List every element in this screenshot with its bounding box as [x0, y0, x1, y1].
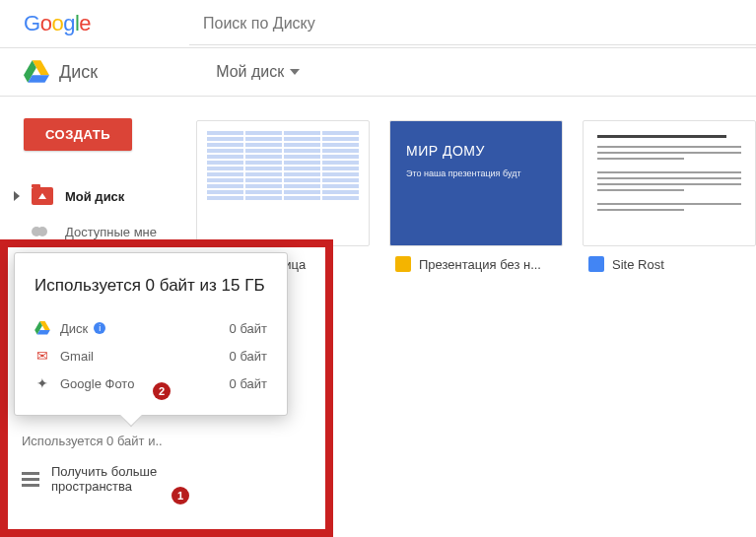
drive-icon [24, 60, 49, 84]
breadcrumb[interactable]: Мой диск [216, 63, 300, 81]
storage-row-drive[interactable]: Диск i 0 байт [34, 314, 267, 342]
brand-label: Диск [59, 62, 98, 83]
search-input[interactable] [189, 2, 756, 45]
file-card-docs[interactable]: Site Rost [583, 120, 756, 282]
get-more-storage[interactable]: Получить больше пространства [22, 464, 288, 494]
annotation-badge-2: 2 [153, 382, 171, 400]
storage-value: 0 байт [230, 349, 267, 364]
storage-icon [22, 472, 39, 487]
toolbar: Диск Мой диск [0, 47, 756, 97]
chevron-down-icon [290, 69, 300, 75]
sidebar-item-label: Мой диск [65, 189, 124, 204]
folder-icon [32, 187, 53, 205]
get-more-line1: Получить больше [51, 464, 157, 479]
slide-title: МИР ДОМУ [406, 143, 546, 159]
storage-popover: Используется 0 байт из 15 ГБ Диск i 0 ба… [14, 252, 288, 416]
get-more-line2: пространства [51, 479, 157, 494]
slides-icon [395, 256, 411, 272]
app-header: Google [0, 0, 756, 47]
drive-icon [34, 320, 50, 336]
annotation-badge-1: 1 [172, 487, 189, 504]
docs-icon [588, 256, 604, 272]
file-thumb [583, 120, 756, 246]
sidebar-item-mydrive[interactable]: Мой диск [0, 178, 174, 214]
expand-icon [14, 191, 20, 201]
storage-service: Gmail [60, 349, 94, 364]
info-icon[interactable]: i [94, 322, 105, 334]
sidebar-item-label: Доступные мне [65, 225, 157, 239]
slide-subtitle: Это наша презентация будт [406, 168, 546, 178]
google-logo: Google [24, 11, 91, 36]
photos-icon: ✦ [34, 375, 50, 391]
storage-value: 0 байт [230, 321, 267, 336]
storage-row-photos[interactable]: ✦ Google Фото 0 байт [34, 369, 267, 397]
file-name: Site Rost [612, 257, 664, 272]
storage-footer: Используется 0 байт и.. Получить больше … [22, 434, 288, 494]
storage-value: 0 байт [230, 376, 267, 391]
shared-icon [32, 227, 53, 236]
storage-headline: Используется 0 байт из 15 ГБ [34, 275, 267, 297]
file-thumb: МИР ДОМУ Это наша презентация будт [389, 120, 563, 246]
breadcrumb-label: Мой диск [216, 63, 284, 81]
file-card-slides[interactable]: МИР ДОМУ Это наша презентация будт Презе… [389, 120, 563, 282]
file-thumb [196, 120, 370, 246]
create-button[interactable]: СОЗДАТЬ [24, 118, 132, 151]
file-name: Презентация без н... [419, 257, 541, 272]
storage-row-gmail[interactable]: ✉ Gmail 0 байт [34, 342, 267, 369]
storage-service: Диск [60, 321, 88, 336]
gmail-icon: ✉ [34, 348, 50, 364]
storage-summary: Используется 0 байт и.. [22, 434, 288, 448]
storage-service: Google Фото [60, 376, 134, 391]
drive-brand: Диск [24, 60, 98, 84]
